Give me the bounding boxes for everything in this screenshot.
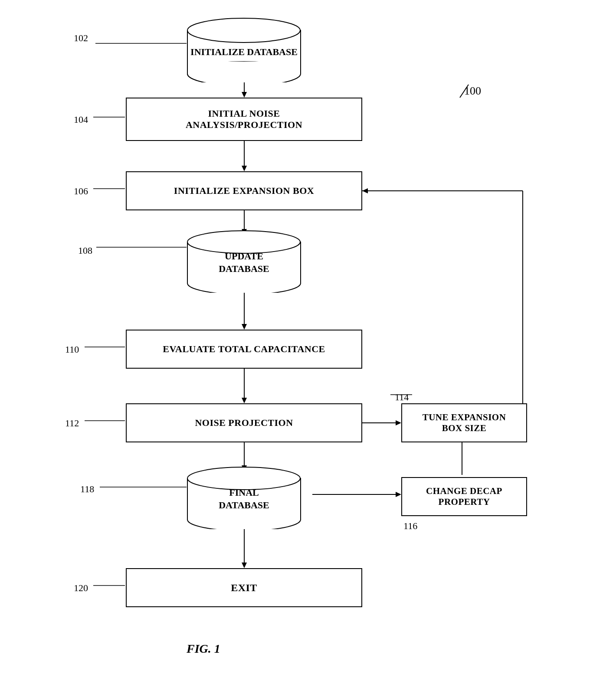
label-arrow-118 [0, 481, 191, 494]
node-init-expansion: INITIALIZE EXPANSION BOX [126, 171, 362, 210]
label-112: 112 [65, 418, 79, 429]
svg-marker-20 [242, 563, 247, 568]
label-arrow-108 [0, 241, 191, 254]
node-initialize-db: INITIALIZE DATABASE [187, 17, 302, 82]
svg-marker-14 [362, 188, 368, 193]
svg-marker-7 [242, 324, 247, 330]
label-arrow-106 [0, 182, 130, 195]
node-change-decap: CHANGE DECAPPROPERTY [401, 477, 527, 516]
svg-marker-3 [242, 166, 247, 171]
node-noise-proj-label: NOISE PROJECTION [195, 417, 293, 429]
node-noise-proj: NOISE PROJECTION [126, 403, 362, 442]
label-118: 118 [80, 484, 94, 495]
node-init-expansion-label: INITIALIZE EXPANSION BOX [174, 185, 314, 196]
label-110: 110 [65, 344, 79, 355]
node-initialize-db-label: INITIALIZE DATABASE [187, 30, 302, 74]
node-final-db: FINALDATABASE [187, 466, 302, 529]
diagram-container: INITIALIZE DATABASE 102 INITIAL NOISEANA… [0, 0, 603, 700]
svg-marker-18 [396, 492, 401, 497]
node-exit: EXIT [126, 568, 362, 607]
label-106: 106 [74, 186, 88, 197]
node-initial-noise-label: INITIAL NOISEANALYSIS/PROJECTION [186, 108, 302, 131]
label-114: 114 [395, 392, 409, 403]
svg-marker-9 [242, 398, 247, 403]
label-116: 116 [403, 520, 417, 532]
label-108: 108 [78, 245, 92, 256]
label-120: 120 [74, 582, 88, 594]
node-evaluate-cap: EVALUATE TOTAL CAPACITANCE [126, 330, 362, 369]
figure-caption: FIG. 1 [187, 642, 220, 656]
label-102: 102 [74, 33, 88, 44]
svg-marker-1 [242, 92, 247, 98]
node-final-db-label: FINALDATABASE [187, 478, 302, 520]
node-evaluate-cap-label: EVALUATE TOTAL CAPACITANCE [163, 343, 325, 355]
label-arrow-102 [0, 0, 603, 69]
label-arrow-104 [0, 111, 130, 124]
svg-marker-11 [396, 420, 401, 425]
node-tune-expansion: TUNE EXPANSIONBOX SIZE [401, 403, 527, 442]
node-tune-expansion-label: TUNE EXPANSIONBOX SIZE [423, 412, 506, 434]
node-exit-label: EXIT [231, 582, 257, 594]
label-100: 100 [464, 85, 481, 98]
node-update-db: UPDATEDATABASE [187, 230, 302, 293]
label-104: 104 [74, 114, 88, 125]
node-initial-noise: INITIAL NOISEANALYSIS/PROJECTION [126, 98, 362, 141]
node-update-db-label: UPDATEDATABASE [187, 242, 302, 283]
node-change-decap-label: CHANGE DECAPPROPERTY [426, 486, 502, 507]
label-arrow-120 [0, 579, 130, 592]
